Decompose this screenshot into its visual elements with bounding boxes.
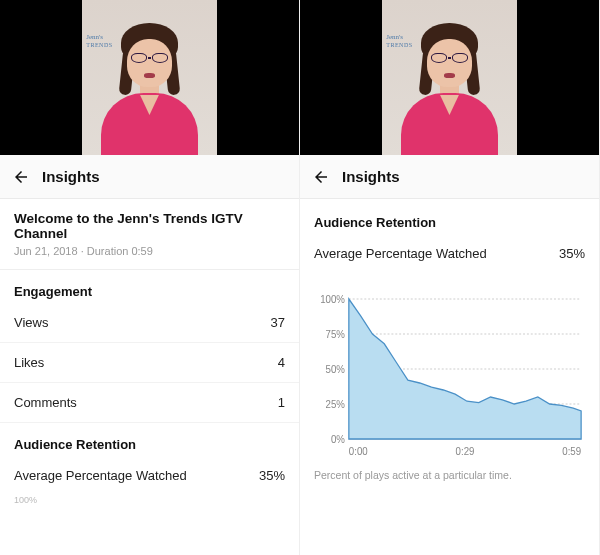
comments-row: Comments 1 bbox=[0, 383, 299, 423]
xtick-end: 0:59 bbox=[562, 446, 581, 457]
insights-panel-retention: Jenn's TRENDS Insights Audience Retentio… bbox=[300, 0, 600, 555]
video-title: Welcome to the Jenn's Trends IGTV Channe… bbox=[14, 211, 285, 241]
comments-value: 1 bbox=[278, 395, 285, 410]
likes-row: Likes 4 bbox=[0, 343, 299, 383]
avg-pct-value-right: 35% bbox=[559, 246, 585, 261]
retention-section-header-right: Audience Retention bbox=[300, 199, 599, 234]
chart-caption: Percent of plays active at a particular … bbox=[300, 463, 599, 481]
views-label: Views bbox=[14, 315, 48, 330]
back-arrow-icon[interactable] bbox=[12, 168, 30, 186]
insights-header: Insights bbox=[300, 155, 599, 199]
insights-header: Insights bbox=[0, 155, 299, 199]
views-value: 37 bbox=[271, 315, 285, 330]
avg-pct-row-left: Average Percentage Watched 35% bbox=[0, 456, 299, 495]
video-meta-block: Welcome to the Jenn's Trends IGTV Channe… bbox=[0, 199, 299, 270]
page-title: Insights bbox=[42, 168, 100, 185]
video-thumbnail[interactable]: Jenn's TRENDS bbox=[0, 0, 299, 155]
video-meta: Jun 21, 2018 · Duration 0:59 bbox=[14, 245, 285, 257]
engagement-section-header: Engagement bbox=[0, 270, 299, 303]
ytick-50: 50% bbox=[326, 364, 346, 375]
avg-pct-label-left: Average Percentage Watched bbox=[14, 468, 187, 483]
insights-panel-engagement: Jenn's TRENDS Insights Welcome to the Je… bbox=[0, 0, 300, 555]
retention-section-header-left: Audience Retention bbox=[0, 423, 299, 456]
ytick-75: 75% bbox=[326, 329, 346, 340]
avg-pct-value-left: 35% bbox=[259, 468, 285, 483]
back-arrow-icon[interactable] bbox=[312, 168, 330, 186]
comments-label: Comments bbox=[14, 395, 77, 410]
ytick-100: 100% bbox=[320, 294, 345, 305]
page-title: Insights bbox=[342, 168, 400, 185]
chart-peek-label: 100% bbox=[0, 495, 299, 505]
retention-chart: 100% 75% 50% 25% 0% 0:00 0:29 0:59 bbox=[300, 273, 599, 463]
xtick-start: 0:00 bbox=[349, 446, 368, 457]
likes-value: 4 bbox=[278, 355, 285, 370]
video-thumbnail[interactable]: Jenn's TRENDS bbox=[300, 0, 599, 155]
avg-pct-row-right: Average Percentage Watched 35% bbox=[300, 234, 599, 273]
ytick-25: 25% bbox=[326, 399, 346, 410]
likes-label: Likes bbox=[14, 355, 44, 370]
views-row: Views 37 bbox=[0, 303, 299, 343]
ytick-0: 0% bbox=[331, 434, 345, 445]
avg-pct-label-right: Average Percentage Watched bbox=[314, 246, 487, 261]
xtick-mid: 0:29 bbox=[456, 446, 475, 457]
